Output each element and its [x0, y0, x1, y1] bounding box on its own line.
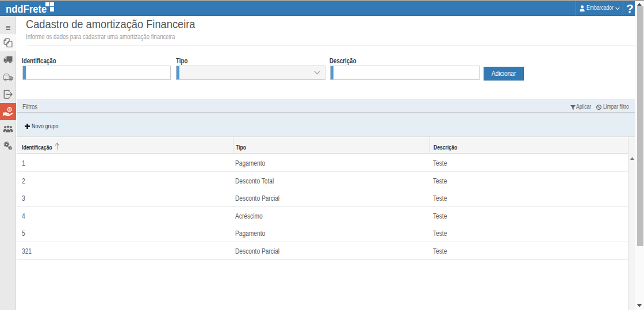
- svg-text:$: $: [9, 107, 11, 112]
